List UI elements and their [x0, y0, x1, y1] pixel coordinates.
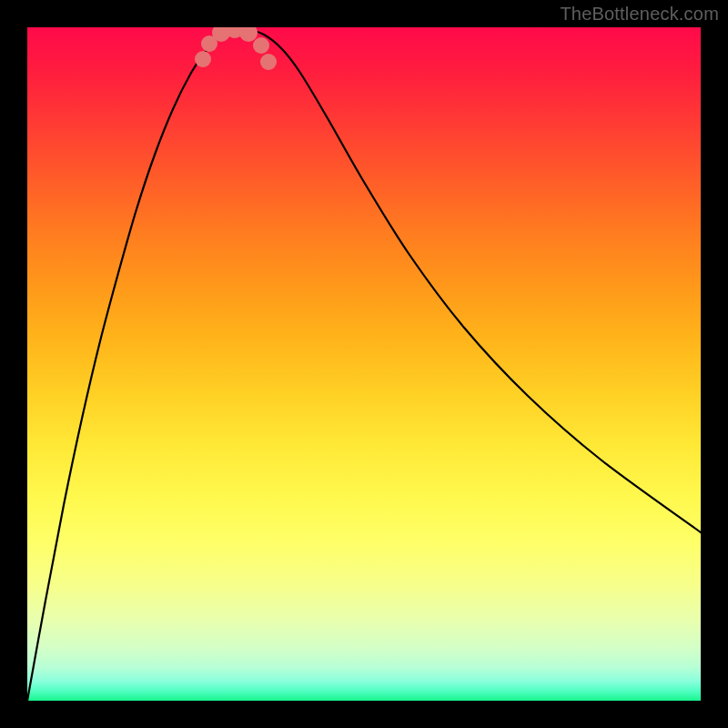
marker-1	[195, 51, 211, 67]
chart-frame: TheBottleneck.com	[0, 0, 728, 728]
marker-5	[239, 27, 258, 42]
bottleneck-curve	[27, 29, 701, 701]
watermark-text: TheBottleneck.com	[560, 4, 719, 25]
marker-6	[253, 37, 269, 54]
chart-svg	[27, 27, 701, 701]
marker-7	[260, 54, 277, 70]
plot-area	[27, 27, 701, 701]
